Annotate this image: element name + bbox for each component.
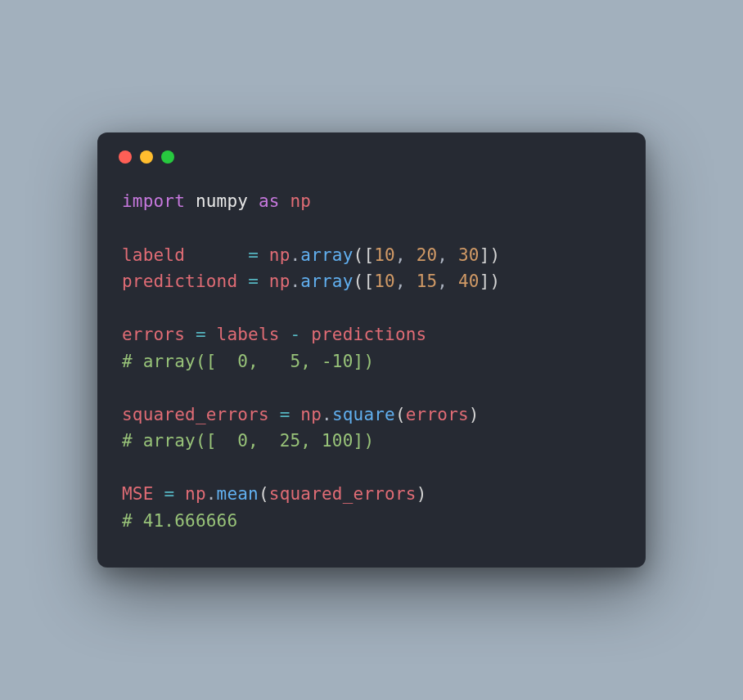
variable: MSE [122,484,154,504]
minus-op: - [290,325,301,344]
code-line-4: predictiond = np.array([10, 15, 40]) [122,271,500,291]
number: 10 [374,245,395,265]
keyword-import: import [122,191,185,211]
np-ref: np [185,484,206,504]
fn-array: array [300,271,353,291]
dot: . [322,405,332,424]
code-line-9: squared_errors = np.square(errors) [122,405,480,424]
module-alias: np [290,191,312,211]
number: 15 [417,271,438,291]
lparen: ( [353,245,364,265]
fn-mean: mean [217,484,259,504]
comment: # 41.666666 [122,511,237,531]
lbracket: [ [363,245,374,265]
fn-array: array [300,245,353,265]
fn-square: square [332,405,395,424]
dot: . [206,484,217,504]
variable: squared_errors [122,405,269,424]
rparen: ) [417,484,427,504]
comment: # array([ 0, 25, 100]) [122,431,374,451]
variable: labels [217,325,280,344]
lparen: ( [259,484,269,504]
number: 10 [374,271,395,291]
rbracket: ] [480,245,490,265]
equals-op: = [248,245,259,265]
keyword-as: as [259,191,280,211]
equals-op: = [196,325,206,344]
dot: . [290,245,301,265]
code-line-12: MSE = np.mean(squared_errors) [122,484,426,504]
comma: , [437,271,448,291]
equals-op: = [164,484,174,504]
variable: predictiond [122,271,237,291]
variable: predictions [311,325,426,344]
rbracket: ] [480,271,490,291]
equals-op: = [248,271,259,291]
rparen: ) [490,245,501,265]
np-ref: np [269,271,290,291]
comma: , [395,271,406,291]
number: 20 [417,245,438,265]
variable: errors [122,325,185,344]
comma: , [395,245,406,265]
np-ref: np [269,245,290,265]
variable: labeld [122,245,185,265]
code-editor: import numpy as np labeld = np.array([10… [97,172,646,542]
number: 30 [458,245,480,265]
close-icon[interactable] [119,150,132,164]
code-window: import numpy as np labeld = np.array([10… [97,132,646,567]
code-line-3: labeld = np.array([10, 20, 30]) [122,245,500,265]
module-name: numpy [196,191,248,211]
lbracket: [ [363,271,374,291]
lparen: ( [353,271,364,291]
arg: squared_errors [269,484,417,504]
np-ref: np [300,405,322,424]
dot: . [290,271,301,291]
arg: errors [406,405,469,424]
equals-op: = [280,405,290,424]
code-line-6: errors = labels - predictions [122,325,426,344]
number: 40 [458,271,480,291]
lparen: ( [395,405,406,424]
code-line-1: import numpy as np [122,191,311,211]
window-titlebar [97,132,646,172]
comma: , [437,245,448,265]
rparen: ) [469,405,480,424]
minimize-icon[interactable] [140,150,153,164]
rparen: ) [490,271,501,291]
zoom-icon[interactable] [161,150,174,164]
comment: # array([ 0, 5, -10]) [122,352,374,371]
